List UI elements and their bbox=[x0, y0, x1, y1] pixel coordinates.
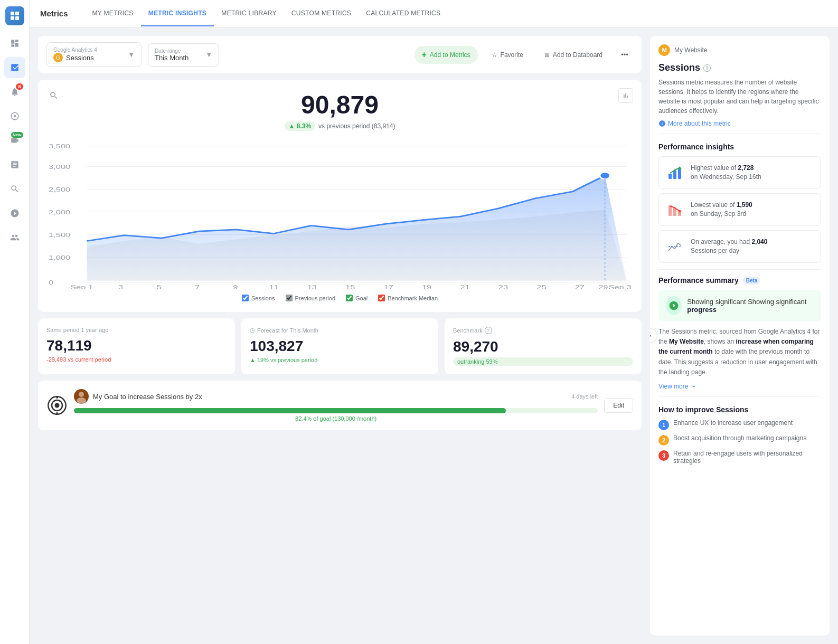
legend-goal-checkbox[interactable] bbox=[346, 295, 353, 301]
favorite-button[interactable]: ☆ Favorite bbox=[484, 47, 531, 63]
rp-site-icon: M bbox=[658, 44, 670, 56]
action-buttons: + Add to Metrics ☆ Favorite ⊞ Add to Dat… bbox=[415, 46, 633, 64]
legend-goal-label: Goal bbox=[355, 295, 368, 301]
databoard-icon: ⊞ bbox=[544, 51, 550, 59]
average-icon bbox=[665, 237, 684, 256]
rp-site-name: My Website bbox=[674, 46, 707, 54]
goal-target-icon bbox=[46, 395, 68, 416]
sidebar: 8 New bbox=[0, 0, 30, 644]
svg-point-15 bbox=[55, 404, 59, 408]
goal-title-row: My Goal to increase Sessions by 2x bbox=[74, 389, 202, 404]
insight-highest-text: Highest value of 2,728 on Wednesday, Sep… bbox=[691, 164, 761, 182]
y-label-3000: 3,000 bbox=[49, 164, 70, 170]
sidebar-item-integrations[interactable] bbox=[4, 203, 25, 224]
x-label-27: 27 bbox=[575, 284, 585, 289]
rp-metric-title: Sessions ? bbox=[658, 62, 821, 73]
perf-summary-header: Performance summary Beta bbox=[658, 276, 821, 285]
add-to-databoard-button[interactable]: ⊞ Add to Databoard bbox=[537, 47, 610, 63]
tab-metric-insights[interactable]: METRIC INSIGHTS bbox=[141, 1, 214, 26]
sidebar-item-video[interactable]: New bbox=[4, 130, 25, 151]
tab-calculated-metrics[interactable]: CALCULATED METRICS bbox=[359, 1, 448, 26]
date-selector-chevron: ▼ bbox=[205, 51, 212, 59]
tab-custom-metrics[interactable]: CUSTOM METRICS bbox=[284, 1, 359, 26]
x-label-25: 25 bbox=[536, 284, 547, 289]
x-label-21: 21 bbox=[460, 284, 470, 289]
progress-status-text: Showing significant Showing significant … bbox=[687, 298, 814, 314]
goal-progress-bar-fill bbox=[74, 408, 506, 413]
controls-bar: Google Analytics 4 G Sessions ▼ Date ran… bbox=[38, 36, 642, 73]
chart-legend: Sessions Previous period Goal Bench bbox=[49, 295, 631, 301]
stat-forecast-label: ◷ Forecast for This Month bbox=[250, 327, 430, 334]
stat-forecast-change: ▲ 19% vs previous period bbox=[250, 357, 430, 363]
x-label-23: 23 bbox=[498, 284, 509, 289]
sidebar-item-reports[interactable] bbox=[4, 154, 25, 175]
chart-view-button[interactable] bbox=[618, 88, 633, 103]
tab-my-metrics[interactable]: MY METRICS bbox=[85, 1, 141, 26]
performance-insights-title: Performance insights bbox=[658, 143, 821, 151]
y-label-2500: 2,500 bbox=[49, 186, 70, 193]
stat-benchmark-label: Benchmark ? bbox=[453, 327, 633, 334]
rp-metric-info-icon[interactable]: ? bbox=[703, 64, 711, 72]
legend-benchmark-checkbox[interactable] bbox=[378, 295, 385, 301]
main-metric-value: 90,879 bbox=[49, 90, 631, 119]
sidebar-item-metrics[interactable] bbox=[4, 57, 25, 78]
stat-card-yearly: Same period 1 year ago 78,119 -29,493 vs… bbox=[38, 318, 235, 374]
goal-progress-bar-bg bbox=[74, 408, 598, 413]
panel-collapse-button[interactable] bbox=[650, 328, 657, 343]
goal-header: My Goal to increase Sessions by 2x 4 day… bbox=[74, 389, 598, 404]
chart-card: 90,879 ▲ 8.3% vs previous period (83,914… bbox=[38, 80, 642, 312]
chart-header: 90,879 ▲ 8.3% vs previous period (83,914… bbox=[49, 90, 631, 131]
zoom-button[interactable] bbox=[46, 88, 61, 103]
date-range-selector[interactable]: Date range This Month ▼ bbox=[148, 43, 219, 67]
goal-edit-button[interactable]: Edit bbox=[604, 398, 633, 413]
progress-status-card: Showing significant Showing significant … bbox=[658, 290, 821, 321]
metric-selector[interactable]: Google Analytics 4 G Sessions ▼ bbox=[46, 42, 142, 67]
app-title: Metrics bbox=[40, 9, 68, 18]
add-icon: + bbox=[422, 50, 427, 60]
app-logo[interactable] bbox=[5, 6, 24, 25]
nav-tabs: MY METRICS METRIC INSIGHTS METRIC LIBRAR… bbox=[85, 1, 448, 26]
svg-rect-22 bbox=[678, 168, 681, 179]
clock-icon: ◷ bbox=[250, 327, 255, 334]
svg-rect-21 bbox=[673, 171, 676, 179]
rp-more-about-link[interactable]: More about this metric bbox=[658, 120, 821, 127]
more-options-button[interactable]: ••• bbox=[616, 46, 633, 63]
legend-previous: Previous period bbox=[286, 295, 335, 301]
svg-rect-2 bbox=[11, 16, 14, 20]
alerts-badge: 8 bbox=[16, 83, 23, 90]
sidebar-item-search[interactable] bbox=[4, 178, 25, 200]
beta-badge: Beta bbox=[743, 277, 761, 285]
improve-sessions-title: How to improve Sessions bbox=[658, 405, 821, 414]
improve-num-3: 3 bbox=[658, 450, 669, 461]
goal-card: My Goal to increase Sessions by 2x 4 day… bbox=[38, 381, 642, 430]
sidebar-item-users[interactable] bbox=[4, 227, 25, 248]
benchmark-info-icon[interactable]: ? bbox=[485, 327, 492, 334]
tab-metric-library[interactable]: METRIC LIBRARY bbox=[214, 1, 284, 26]
y-label-1000: 1,000 bbox=[49, 254, 70, 261]
legend-previous-checkbox[interactable] bbox=[286, 295, 293, 301]
view-more-button[interactable]: View more bbox=[658, 383, 821, 390]
stat-yearly-label: Same period 1 year ago bbox=[46, 327, 227, 333]
improve-item-1: 1 Enhance UX to increase user engagement bbox=[658, 419, 821, 430]
chart-container: 3,500 3,000 2,500 2,000 1,500 1,000 0 bbox=[49, 141, 631, 289]
sidebar-item-dashboard[interactable] bbox=[4, 33, 25, 54]
main-area: Metrics MY METRICS METRIC INSIGHTS METRI… bbox=[30, 0, 838, 644]
change-comparison: vs previous period (83,914) bbox=[318, 122, 395, 130]
legend-benchmark-label: Benchmark Median bbox=[388, 295, 438, 301]
legend-benchmark: Benchmark Median bbox=[378, 295, 438, 301]
x-label-15: 15 bbox=[345, 284, 355, 289]
right-panel: M My Website Sessions ? Sessions metric … bbox=[650, 36, 830, 636]
legend-goal: Goal bbox=[346, 295, 368, 301]
add-to-metrics-button[interactable]: + Add to Metrics bbox=[415, 46, 478, 64]
left-panel: Google Analytics 4 G Sessions ▼ Date ran… bbox=[38, 36, 642, 636]
progress-status-icon bbox=[666, 296, 682, 315]
chart-svg: 3,500 3,000 2,500 2,000 1,500 1,000 0 bbox=[49, 141, 631, 289]
sidebar-item-goals[interactable] bbox=[4, 106, 25, 127]
stat-benchmark-value: 89,270 bbox=[453, 338, 633, 355]
x-label-5: 5 bbox=[156, 284, 161, 289]
legend-previous-label: Previous period bbox=[295, 295, 335, 301]
sidebar-item-alerts[interactable]: 8 bbox=[4, 81, 25, 102]
goal-title-text: My Goal to increase Sessions by 2x bbox=[93, 393, 202, 401]
legend-sessions-checkbox[interactable] bbox=[242, 295, 249, 301]
stat-card-benchmark: Benchmark ? 89,270 outranking 59% bbox=[445, 318, 642, 374]
